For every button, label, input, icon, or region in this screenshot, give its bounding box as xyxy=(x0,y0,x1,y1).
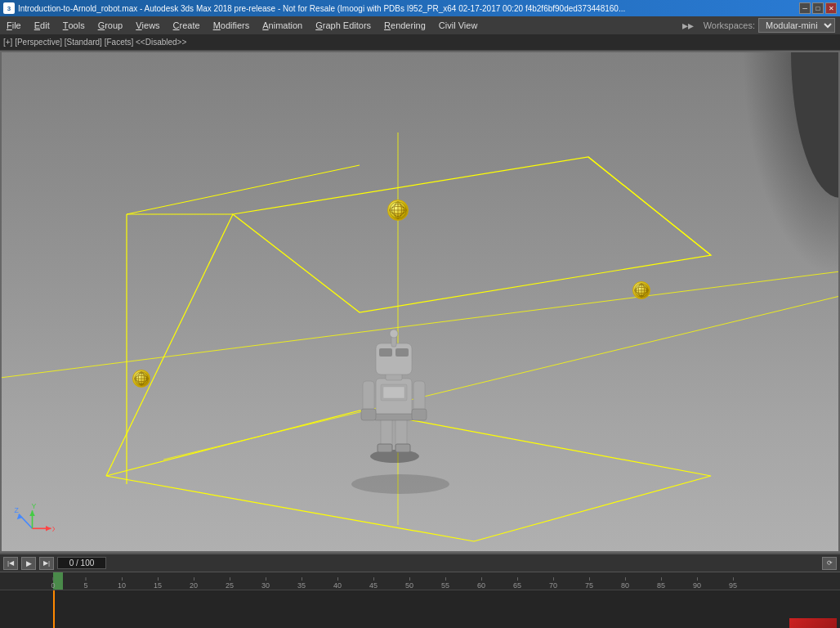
main-viewport[interactable]: Z Y X xyxy=(0,51,840,553)
tick-85: 85 xyxy=(657,577,665,590)
svg-line-6 xyxy=(163,296,840,460)
svg-rect-19 xyxy=(383,387,404,398)
tick-20: 20 xyxy=(190,577,198,590)
tick-60: 60 xyxy=(477,577,485,590)
menu-graph-editors[interactable]: Graph Editors xyxy=(309,16,378,34)
app-logo: 快 盘下 载 xyxy=(789,618,837,629)
tick-75: 75 xyxy=(585,577,593,590)
maximize-button[interactable]: □ xyxy=(812,2,824,14)
timeline-track[interactable] xyxy=(0,590,840,628)
svg-text:Y: Y xyxy=(31,503,36,510)
svg-rect-15 xyxy=(395,444,410,452)
svg-point-29 xyxy=(390,330,398,338)
menu-animation[interactable]: Animation xyxy=(256,16,309,34)
viewport-label-text: [+] [Perspective] [Standard] [Facets] <<… xyxy=(3,38,186,47)
tick-15: 15 xyxy=(154,577,162,590)
minimize-button[interactable]: ─ xyxy=(799,2,811,14)
timeline-controls: |◀ ▶ ▶| 0 / 100 ⟳ xyxy=(0,554,840,572)
svg-point-31 xyxy=(390,206,406,213)
svg-rect-21 xyxy=(413,381,425,412)
workspaces-bar: Workspaces: Modular-mini xyxy=(699,16,840,34)
more-menus-icon: ▸▸ xyxy=(677,19,699,32)
tick-50: 50 xyxy=(405,577,413,590)
svg-rect-25 xyxy=(376,343,412,375)
scene-svg xyxy=(0,51,840,553)
svg-point-42 xyxy=(138,372,144,385)
svg-point-36 xyxy=(635,287,648,293)
tick-25: 25 xyxy=(226,577,234,590)
tick-30: 30 xyxy=(261,577,270,590)
svg-point-41 xyxy=(135,375,148,381)
menu-group[interactable]: Group xyxy=(92,16,130,34)
tick-70: 70 xyxy=(549,577,557,590)
menu-tools[interactable]: Tools xyxy=(56,16,92,34)
tick-95: 95 xyxy=(729,577,737,590)
timeline-ruler: 0 5 10 15 20 25 30 35 40 45 50 55 60 65 … xyxy=(0,572,840,590)
workspaces-select[interactable]: Modular-mini xyxy=(758,18,835,33)
svg-line-3 xyxy=(588,157,711,255)
svg-rect-26 xyxy=(379,348,392,357)
tick-40: 40 xyxy=(333,577,342,590)
title-bar: 3 Introduction-to-Arnold_robot.max - Aut… xyxy=(0,0,840,16)
svg-text:X: X xyxy=(52,525,55,533)
menu-civil-view[interactable]: Civil View xyxy=(432,16,484,34)
menu-edit[interactable]: Edit xyxy=(28,16,56,34)
svg-rect-23 xyxy=(412,409,427,420)
svg-marker-52 xyxy=(46,526,51,532)
tick-55: 55 xyxy=(441,577,449,590)
tick-45: 45 xyxy=(369,577,378,590)
tick-90: 90 xyxy=(693,577,701,590)
playhead[interactable] xyxy=(53,590,55,628)
sphere-left xyxy=(132,370,150,388)
menu-rendering[interactable]: Rendering xyxy=(378,16,432,34)
svg-rect-22 xyxy=(361,409,376,420)
sphere-top xyxy=(387,200,409,221)
prev-frame-button[interactable]: |◀ xyxy=(3,557,18,570)
svg-line-8 xyxy=(127,165,360,214)
timeline-options-button[interactable]: ⟳ xyxy=(822,557,837,570)
svg-rect-14 xyxy=(378,444,392,452)
tick-5: 5 xyxy=(83,577,87,590)
svg-rect-17 xyxy=(374,414,413,420)
menu-file[interactable]: File xyxy=(0,16,28,34)
viewport-label-bar: [+] [Perspective] [Standard] [Facets] <<… xyxy=(0,34,840,51)
timeline-area: |◀ ▶ ▶| 0 / 100 ⟳ 0 5 10 15 20 25 30 35 … xyxy=(0,553,840,628)
menu-views[interactable]: Views xyxy=(129,16,166,34)
tick-0: 0 xyxy=(51,577,55,590)
svg-line-2 xyxy=(106,214,233,476)
tick-80: 80 xyxy=(621,577,629,590)
svg-rect-20 xyxy=(363,381,374,412)
svg-point-10 xyxy=(351,474,449,494)
svg-point-32 xyxy=(394,202,401,218)
svg-point-30 xyxy=(390,202,406,218)
window-controls: ─ □ ✕ xyxy=(799,2,837,14)
robot-figure xyxy=(358,317,431,464)
svg-marker-49 xyxy=(29,510,35,516)
frame-counter[interactable]: 0 / 100 xyxy=(57,557,106,569)
sphere-right xyxy=(632,281,650,299)
tick-65: 65 xyxy=(513,577,521,590)
app-icon: 3 xyxy=(3,2,15,14)
svg-text:Z: Z xyxy=(15,506,20,514)
svg-point-37 xyxy=(638,284,644,297)
axis-indicator: Z Y X xyxy=(10,503,55,540)
play-button[interactable]: ▶ xyxy=(21,557,36,570)
close-button[interactable]: ✕ xyxy=(825,2,837,14)
tick-10: 10 xyxy=(118,577,126,590)
workspaces-label: Workspaces: xyxy=(704,20,755,30)
svg-point-40 xyxy=(135,372,148,385)
window-title: Introduction-to-Arnold_robot.max - Autod… xyxy=(18,4,799,13)
svg-point-35 xyxy=(635,284,648,297)
menu-modifiers[interactable]: Modifiers xyxy=(207,16,257,34)
next-frame-button[interactable]: ▶| xyxy=(39,557,54,570)
tick-35: 35 xyxy=(297,577,306,590)
menu-create[interactable]: Create xyxy=(167,16,207,34)
menu-bar: File Edit Tools Group Views Create Modif… xyxy=(0,16,840,34)
svg-rect-27 xyxy=(395,348,409,357)
